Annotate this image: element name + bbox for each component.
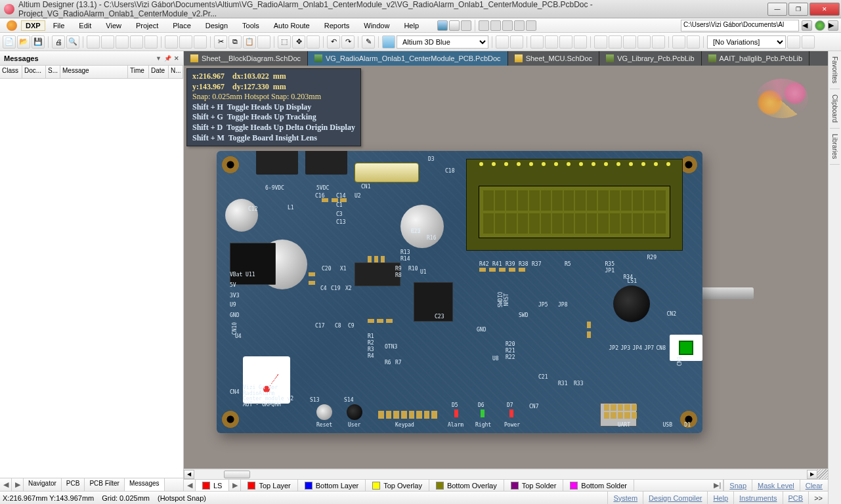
layer-current[interactable]: LS bbox=[196, 480, 229, 491]
menu-file[interactable]: File bbox=[47, 20, 72, 31]
layer-tab-bottomsolder[interactable]: Bottom Solder bbox=[563, 480, 634, 491]
nav-home-icon[interactable] bbox=[815, 20, 825, 31]
tool-icon[interactable] bbox=[144, 35, 158, 49]
scroll-thumb[interactable] bbox=[224, 471, 250, 478]
pcb-canvas[interactable]: x:216.967 dx:103.022 mm y:143.967 dy:127… bbox=[184, 66, 828, 469]
print-icon[interactable]: 🖨 bbox=[52, 35, 65, 49]
layer-tab-topsolder[interactable]: Top Solder bbox=[504, 480, 564, 491]
snap-button[interactable]: Snap bbox=[723, 480, 752, 491]
tool-icon[interactable] bbox=[496, 35, 509, 49]
menu-autoroute[interactable]: Auto Route bbox=[267, 20, 316, 31]
tool-icon[interactable] bbox=[672, 35, 685, 49]
new-icon[interactable]: 📄 bbox=[3, 35, 16, 49]
status-help[interactable]: Help bbox=[707, 492, 733, 504]
status-more[interactable]: >> bbox=[808, 492, 828, 504]
copy-icon[interactable]: ⧉ bbox=[228, 35, 242, 49]
panel-pin-icon[interactable]: 📌 bbox=[164, 55, 171, 62]
tool-icon[interactable] bbox=[130, 35, 143, 49]
close-button[interactable]: ✕ bbox=[809, 3, 840, 16]
clear-button[interactable]: Clear bbox=[800, 480, 828, 491]
toolbar-icon[interactable] bbox=[490, 20, 501, 31]
layer-tab-bottom[interactable]: Bottom Layer bbox=[298, 480, 366, 491]
status-pcb[interactable]: PCB bbox=[783, 492, 809, 504]
doc-tab[interactable]: Sheet__BlockDiagram.SchDoc bbox=[184, 51, 308, 66]
menu-edit[interactable]: Edit bbox=[72, 20, 98, 31]
3d-icon[interactable] bbox=[382, 35, 395, 49]
pcb-board[interactable]: 6-9VDC 5VDC CN1 D3 C18 C12 L1 C16 C14 U2… bbox=[217, 151, 702, 433]
layer-scroll-icon[interactable]: ▶| bbox=[712, 480, 723, 491]
move-icon[interactable]: ✥ bbox=[292, 35, 305, 49]
tool-icon[interactable] bbox=[257, 35, 270, 49]
minimize-button[interactable]: — bbox=[767, 3, 787, 16]
col-doc[interactable]: Doc... bbox=[22, 66, 46, 78]
col-date[interactable]: Date bbox=[149, 66, 169, 78]
tool-icon[interactable] bbox=[609, 35, 622, 49]
nav-fwd-icon[interactable]: ▶ bbox=[828, 20, 838, 31]
brush-icon[interactable]: ✎ bbox=[362, 35, 375, 49]
menu-window[interactable]: Window bbox=[357, 20, 396, 31]
col-time[interactable]: Time bbox=[128, 66, 149, 78]
zoom-area-icon[interactable] bbox=[179, 35, 192, 49]
layer-prev-icon[interactable]: ◀ bbox=[184, 480, 196, 491]
paste-icon[interactable]: 📋 bbox=[243, 35, 256, 49]
tool-icon[interactable] bbox=[623, 35, 636, 49]
tool-icon[interactable] bbox=[545, 35, 558, 49]
maximize-button[interactable]: ❐ bbox=[788, 3, 808, 16]
toolbar-icon[interactable] bbox=[461, 20, 471, 31]
zoom-sel-icon[interactable] bbox=[194, 35, 207, 49]
col-message[interactable]: Message bbox=[60, 66, 128, 78]
toolbar-icon[interactable] bbox=[514, 20, 525, 31]
doc-tab[interactable]: Sheet_MCU.SchDoc bbox=[508, 51, 600, 66]
rail-favorites[interactable]: Favorites bbox=[830, 51, 840, 89]
layer-tab-bottomoverlay[interactable]: Bottom Overlay bbox=[429, 480, 504, 491]
tab-pcbfilter[interactable]: PCB Filter bbox=[85, 478, 125, 491]
col-s[interactable]: S... bbox=[46, 66, 60, 78]
left-tab-prev[interactable]: ◀ bbox=[0, 478, 12, 491]
tool-icon[interactable] bbox=[637, 35, 651, 49]
tool-icon[interactable] bbox=[594, 35, 607, 49]
tool-icon[interactable] bbox=[559, 35, 572, 49]
tool-icon[interactable] bbox=[510, 35, 523, 49]
resize-grip[interactable] bbox=[817, 469, 828, 480]
panel-close-icon[interactable]: ✕ bbox=[174, 55, 179, 62]
layer-tab-top[interactable]: Top Layer bbox=[241, 480, 297, 491]
tab-navigator[interactable]: Navigator bbox=[24, 478, 62, 491]
tool-icon[interactable] bbox=[116, 35, 129, 49]
tool-icon[interactable] bbox=[530, 35, 544, 49]
toolbar-icon[interactable] bbox=[449, 20, 460, 31]
tool-icon[interactable] bbox=[652, 35, 665, 49]
toolbar-icon[interactable] bbox=[526, 20, 536, 31]
doc-tab-active[interactable]: VG_RadioAlarm_Onlab1_CenterModule_PCB.Pc… bbox=[308, 51, 508, 66]
undo-icon[interactable]: ↶ bbox=[327, 35, 340, 49]
tool-icon[interactable] bbox=[787, 35, 800, 49]
doc-tab[interactable]: VG_Library_Pcb.PcbLib bbox=[599, 51, 701, 66]
horizontal-scrollbar[interactable]: ◀ ▶ bbox=[184, 469, 828, 479]
path-field[interactable]: C:\Users\Vizi Gábor\Documents\Al bbox=[681, 20, 799, 32]
menu-reports[interactable]: Reports bbox=[318, 20, 356, 31]
menu-help[interactable]: Help bbox=[397, 20, 425, 31]
toolbar-icon[interactable] bbox=[479, 20, 489, 31]
deselect-icon[interactable] bbox=[307, 35, 320, 49]
nav-back-icon[interactable]: ◀ bbox=[802, 20, 812, 31]
menu-place[interactable]: Place bbox=[166, 20, 198, 31]
menu-tools[interactable]: Tools bbox=[236, 20, 266, 31]
tab-pcb[interactable]: PCB bbox=[62, 478, 85, 491]
menu-view[interactable]: View bbox=[99, 20, 128, 31]
tab-messages[interactable]: Messages bbox=[125, 478, 165, 491]
zoom-fit-icon[interactable] bbox=[165, 35, 178, 49]
dxp-icon[interactable] bbox=[7, 20, 17, 31]
status-designcompiler[interactable]: Design Compiler bbox=[643, 492, 707, 504]
rail-clipboard[interactable]: Clipboard bbox=[830, 89, 840, 129]
panel-dropdown-icon[interactable]: ▼ bbox=[156, 55, 162, 62]
col-class[interactable]: Class bbox=[0, 66, 22, 78]
col-n[interactable]: N... bbox=[169, 66, 183, 78]
menu-design[interactable]: Design bbox=[199, 20, 234, 31]
cut-icon[interactable]: ✂ bbox=[214, 35, 227, 49]
tool-icon[interactable] bbox=[101, 35, 114, 49]
scroll-left-icon[interactable]: ◀ bbox=[184, 470, 194, 479]
preview-icon[interactable]: 🔍 bbox=[66, 35, 79, 49]
save-icon[interactable]: 💾 bbox=[32, 35, 45, 49]
left-tab-next[interactable]: ▶ bbox=[12, 478, 24, 491]
tool-icon[interactable] bbox=[802, 35, 815, 49]
tool-icon[interactable] bbox=[687, 35, 700, 49]
